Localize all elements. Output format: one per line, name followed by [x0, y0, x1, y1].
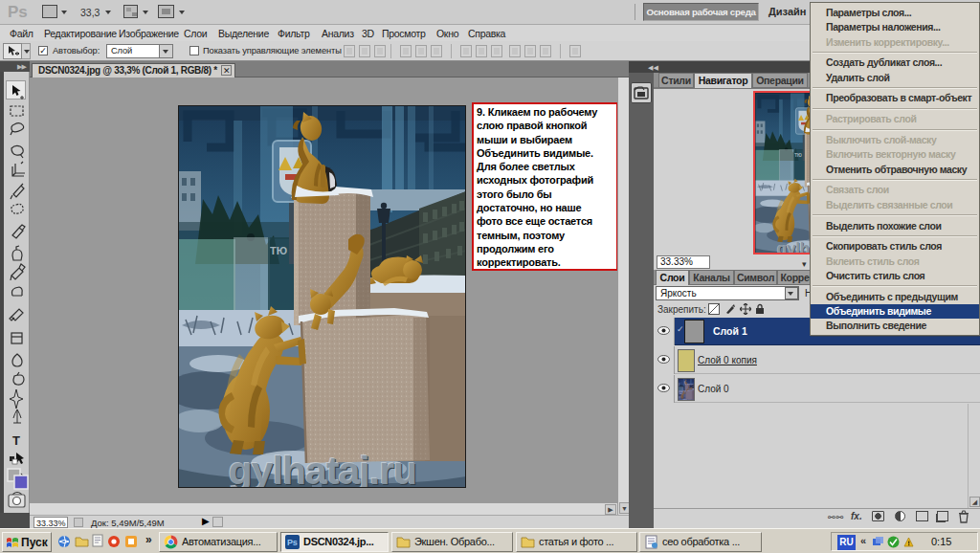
svg-text:Ps: Ps: [287, 538, 298, 547]
